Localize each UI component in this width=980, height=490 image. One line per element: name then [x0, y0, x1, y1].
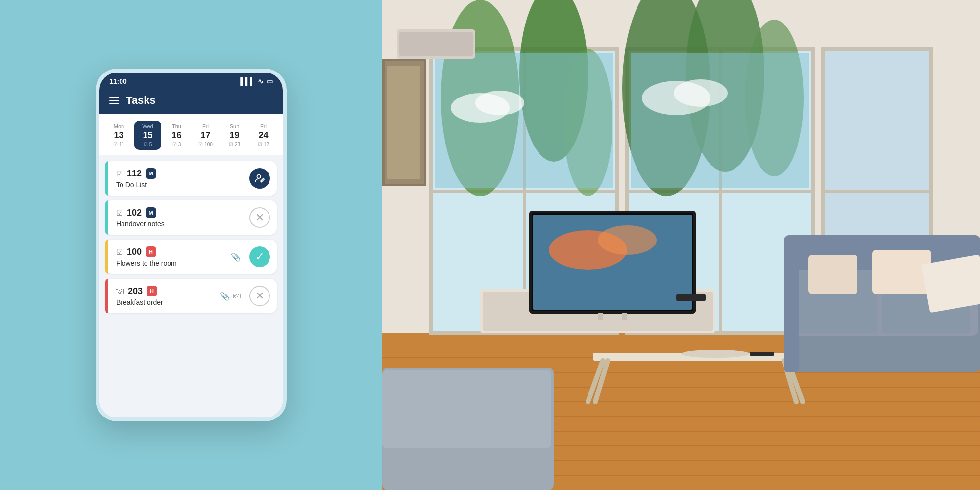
task-title: Breakfast order: [116, 298, 215, 306]
task-action-close[interactable]: ✕: [249, 286, 270, 306]
task-extra-icons: 📎: [231, 252, 241, 262]
task-top-row: ☑ 100 H: [116, 246, 226, 257]
cal-day-num: 17: [200, 130, 210, 141]
cal-day-badge: ☑100: [198, 142, 213, 147]
task-card-102[interactable]: ☑ 102 M Handover notes ✕: [105, 200, 277, 235]
task-priority-badge: H: [147, 286, 157, 296]
cal-day-name: Wed: [142, 123, 153, 129]
svg-rect-40: [399, 32, 473, 56]
signal-icon: ▌▌▌: [240, 77, 255, 85]
task-action-assign[interactable]: [249, 168, 270, 189]
task-title: To Do List: [116, 181, 245, 189]
cal-day-num: 16: [172, 130, 181, 141]
status-time: 11:00: [109, 77, 127, 85]
svg-point-0: [257, 175, 261, 178]
task-priority-badge: M: [146, 207, 156, 218]
svg-rect-43: [387, 66, 420, 179]
cal-day-wed15[interactable]: Wed 15 ☑5: [134, 121, 161, 150]
assign-button[interactable]: [249, 168, 270, 189]
task-extra-icons: 📎 🍽: [220, 292, 241, 301]
cal-day-name: Thu: [172, 123, 181, 129]
task-check-icon: ☑: [116, 208, 123, 218]
left-panel: 11:00 ▌▌▌ ∿ ▭ Tasks Mon 13 ☑11 Wed 15: [0, 0, 382, 490]
svg-rect-33: [435, 53, 613, 188]
svg-rect-71: [921, 254, 980, 313]
close-button[interactable]: ✕: [249, 207, 270, 228]
task-dining-icon: 🍽: [116, 287, 124, 295]
svg-point-36: [475, 91, 524, 115]
cal-day-fri24[interactable]: Fri 24 ☑12: [250, 121, 277, 150]
task-top-row: ☑ 102 M: [116, 207, 245, 218]
cal-day-sun19[interactable]: Sun 19 ☑23: [221, 121, 248, 150]
battery-icon: ▭: [267, 77, 273, 85]
attachment-icon: 📎: [220, 292, 230, 301]
task-card-100[interactable]: ☑ 100 H Flowers to the room 📎 ✓: [105, 240, 277, 274]
app-title: Tasks: [126, 94, 156, 107]
task-number: 102: [127, 208, 142, 218]
status-bar: 11:00 ▌▌▌ ∿ ▭: [99, 73, 283, 89]
svg-rect-70: [382, 370, 551, 448]
task-action-close[interactable]: ✕: [249, 207, 270, 228]
svg-rect-68: [872, 250, 931, 294]
cal-day-badge: ☑3: [172, 142, 181, 147]
svg-rect-34: [631, 53, 809, 188]
svg-point-50: [598, 225, 657, 255]
task-card-203[interactable]: 🍽 203 H Breakfast order 📎 🍽 ✕: [105, 279, 277, 313]
cal-day-mon13[interactable]: Mon 13 ☑11: [105, 121, 132, 150]
task-content: ☑ 102 M Handover notes: [116, 207, 245, 228]
task-border: [105, 200, 108, 235]
task-number: 100: [127, 247, 142, 257]
svg-point-38: [674, 79, 728, 107]
svg-rect-67: [808, 255, 858, 294]
cal-day-fri17[interactable]: Fri 17 ☑100: [192, 121, 219, 150]
cal-day-badge: ☑11: [113, 142, 124, 147]
task-check-icon: ☑: [116, 247, 123, 257]
cal-day-thu16[interactable]: Thu 16 ☑3: [163, 121, 190, 150]
app-header: Tasks: [99, 89, 283, 114]
close-button[interactable]: ✕: [249, 286, 270, 306]
close-icon: ✕: [255, 211, 264, 224]
task-card-112[interactable]: ☑ 112 M To Do List: [105, 161, 277, 196]
task-list: ☑ 112 M To Do List: [99, 155, 283, 417]
task-priority-badge: M: [146, 168, 156, 179]
check-button[interactable]: ✓: [249, 246, 270, 267]
cal-day-num: 15: [143, 130, 152, 141]
svg-rect-52: [622, 313, 627, 320]
svg-rect-53: [676, 294, 706, 301]
wifi-icon: ∿: [258, 77, 264, 85]
svg-point-59: [681, 350, 750, 358]
task-number: 112: [127, 169, 142, 179]
task-border: [105, 240, 108, 274]
right-panel: [382, 0, 980, 490]
task-border: [105, 161, 108, 196]
calendar-strip: Mon 13 ☑11 Wed 15 ☑5 Thu 16 ☑3 Fri 17 ☑1…: [99, 114, 283, 155]
task-content: 🍽 203 H Breakfast order: [116, 286, 215, 306]
svg-rect-60: [750, 352, 774, 356]
close-icon: ✕: [255, 290, 264, 302]
cal-day-num: 13: [114, 130, 123, 141]
cal-day-num: 24: [258, 130, 268, 141]
hamburger-icon[interactable]: [109, 97, 119, 104]
dining-icon: 🍽: [233, 292, 241, 300]
task-top-row: ☑ 112 M: [116, 168, 245, 179]
task-check-icon: ☑: [116, 169, 123, 178]
cal-day-name: Fri: [202, 123, 209, 129]
task-content: ☑ 100 H Flowers to the room: [116, 246, 226, 267]
checkmark-icon: ✓: [255, 250, 264, 263]
task-action-check[interactable]: ✓: [249, 246, 270, 267]
cal-day-name: Mon: [114, 123, 124, 129]
status-icons: ▌▌▌ ∿ ▭: [240, 77, 273, 85]
cal-day-name: Fri: [260, 123, 267, 129]
cal-day-badge: ☑5: [144, 142, 152, 147]
room-illustration: [382, 0, 980, 490]
task-title: Flowers to the room: [116, 259, 226, 267]
task-content: ☑ 112 M To Do List: [116, 168, 245, 189]
svg-rect-65: [784, 265, 799, 372]
task-border: [105, 279, 108, 313]
cal-day-num: 19: [229, 130, 239, 141]
cal-day-badge: ☑23: [229, 142, 240, 147]
task-number: 203: [128, 286, 143, 296]
task-title: Handover notes: [116, 220, 245, 228]
cal-day-name: Sun: [230, 123, 240, 129]
attachment-icon: 📎: [231, 252, 241, 262]
